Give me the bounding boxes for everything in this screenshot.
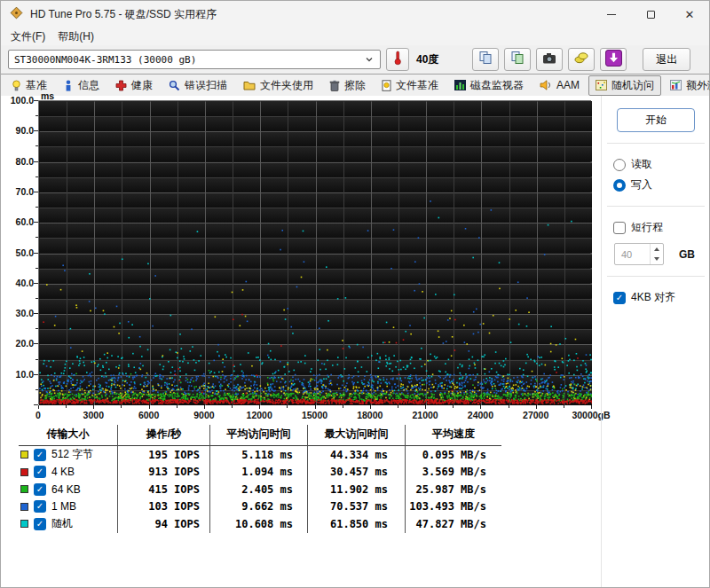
series-checkbox[interactable]: ✓	[34, 500, 46, 513]
toolbar: ST30000NM004K-3RM133 (30000 gB) 40度 退出	[1, 45, 709, 74]
menu-file[interactable]: 文件(F)	[4, 28, 51, 45]
series-checkbox[interactable]: ✓	[34, 449, 46, 461]
x-axis-tick	[66, 405, 67, 408]
tab-random-access[interactable]: 随机访问	[588, 75, 661, 96]
series-checkbox[interactable]: ✓	[34, 518, 46, 530]
x-axis-tick-label: 6000	[138, 410, 159, 420]
cell-speed: 0.095 MB/s	[406, 446, 501, 464]
tab-health[interactable]: 健康	[108, 75, 160, 96]
table-row-label: ✓随机	[19, 515, 118, 533]
close-button[interactable]: ✕	[670, 1, 709, 27]
cell-avg: 2.405 ms	[210, 481, 308, 498]
update-icon	[605, 50, 622, 70]
stepper-arrows	[650, 244, 663, 264]
copy-image-button[interactable]	[504, 48, 531, 71]
info-icon	[63, 80, 74, 91]
align-4kb-checkbox[interactable]: ✓	[613, 292, 626, 304]
x-axis-tick-label: 0	[36, 410, 41, 420]
short-stroke-option[interactable]: 短行程	[602, 217, 710, 238]
read-radio[interactable]	[613, 159, 626, 171]
tab-label: 错误扫描	[185, 78, 227, 93]
separator	[607, 143, 705, 144]
read-option[interactable]: 读取	[602, 154, 710, 175]
window-title: HD Tune Pro 5.75 - 硬盘/SSD 实用程序	[30, 7, 217, 22]
maximize-button[interactable]	[631, 1, 670, 27]
update-button[interactable]	[600, 48, 627, 71]
series-checkbox[interactable]: ✓	[34, 466, 46, 478]
write-radio[interactable]	[613, 179, 626, 192]
series-checkbox[interactable]: ✓	[34, 483, 46, 496]
purchase-button[interactable]	[568, 48, 595, 71]
menu-bar: 文件(F) 帮助(H)	[1, 27, 709, 45]
series-color-swatch	[20, 468, 28, 476]
column-header: 最大访问时间	[308, 425, 406, 446]
tab-error-scan[interactable]: 错误扫描	[162, 75, 234, 96]
erase-icon	[329, 80, 340, 91]
x-axis-tick	[591, 405, 592, 409]
separator	[607, 276, 705, 277]
y-axis-tick	[36, 176, 38, 177]
write-option[interactable]: 写入	[602, 175, 710, 195]
cell-avg: 10.608 ms	[210, 515, 308, 533]
cell-ops: 913 IOPS	[118, 464, 210, 482]
camera-button[interactable]	[536, 48, 563, 71]
menu-help[interactable]: 帮助(H)	[51, 28, 100, 45]
tab-extra-tests[interactable]: 额外测试	[663, 75, 710, 96]
x-axis-tick-label: 24000	[468, 410, 493, 420]
x-axis-tick	[121, 405, 122, 408]
series-label: 512 字节	[51, 447, 93, 462]
minimize-button[interactable]	[592, 1, 631, 27]
x-axis-tick	[177, 405, 178, 408]
drive-selector[interactable]: ST30000NM004K-3RM133 (30000 gB)	[8, 50, 381, 69]
stepper-up-button[interactable]	[651, 244, 663, 255]
capacity-stepper[interactable]: 40	[614, 243, 664, 265]
y-axis-tick	[34, 161, 38, 162]
y-axis-tick	[36, 298, 38, 299]
short-stroke-checkbox[interactable]	[613, 222, 626, 234]
app-window: HD Tune Pro 5.75 - 硬盘/SSD 实用程序 ✕ 文件(F) 帮…	[0, 0, 710, 588]
x-axis-tick-label: 12000	[247, 410, 272, 420]
x-axis-tick	[343, 405, 343, 408]
copy-text-button[interactable]	[472, 48, 499, 71]
folder-usage-icon	[243, 80, 256, 90]
start-button[interactable]: 开始	[617, 108, 695, 132]
x-axis-tick	[149, 405, 150, 409]
y-axis-tick	[34, 253, 38, 254]
x-axis-tick	[453, 405, 454, 408]
x-axis-tick-label: 3000	[83, 410, 104, 420]
tab-aam[interactable]: AAM	[532, 76, 587, 94]
stepper-down-button[interactable]	[651, 255, 663, 265]
x-axis-tick	[93, 405, 94, 409]
close-icon: ✕	[685, 9, 695, 20]
column-header: 操作/秒	[118, 425, 210, 446]
exit-button[interactable]: 退出	[643, 48, 690, 71]
y-axis-tick	[34, 222, 38, 223]
disk-monitor-icon	[454, 80, 466, 90]
cell-ops: 94 IOPS	[118, 515, 210, 533]
tab-label: 磁盘监视器	[470, 78, 524, 93]
series-color-swatch	[20, 520, 28, 528]
temperature-button[interactable]	[386, 48, 409, 71]
align-option[interactable]: ✓ 4KB 对齐	[602, 287, 710, 308]
table-row-label: ✓64 KB	[19, 481, 118, 498]
cell-avg: 1.094 ms	[210, 464, 308, 482]
separator	[607, 206, 705, 207]
series-color-swatch	[20, 451, 28, 459]
cell-avg: 5.118 ms	[210, 446, 308, 464]
tab-erase[interactable]: 擦除	[322, 75, 373, 96]
tab-disk-monitor[interactable]: 磁盘监视器	[447, 75, 531, 96]
tab-info[interactable]: 信息	[56, 75, 106, 96]
tab-file-benchmark[interactable]: 文件基准	[375, 75, 446, 96]
arrow-up-icon	[654, 247, 659, 251]
tab-folder-usage[interactable]: 文件夹使用	[236, 75, 320, 96]
random-access-icon	[596, 80, 607, 90]
cell-max: 44.334 ms	[308, 446, 406, 464]
column-header: 平均速度	[406, 425, 501, 446]
y-axis-tick-label: 70.0	[1, 186, 34, 197]
y-axis-tick	[36, 359, 38, 360]
tab-label: 额外测试	[686, 78, 710, 93]
drive-selector-value: ST30000NM004K-3RM133 (30000 gB)	[14, 54, 196, 66]
write-label: 写入	[631, 177, 652, 192]
y-axis-tick	[34, 313, 38, 314]
series-label: 64 KB	[51, 483, 81, 496]
